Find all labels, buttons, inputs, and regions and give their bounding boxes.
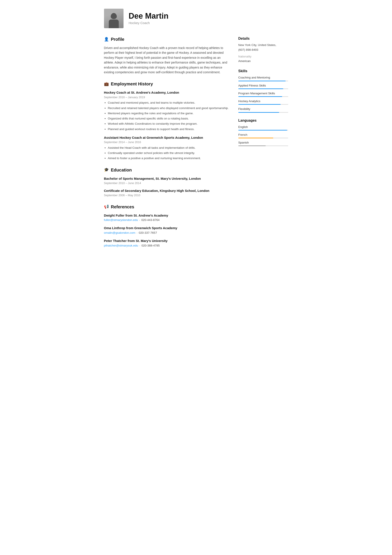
lang-name: English: [238, 125, 288, 129]
references-section: 📢 References Dwight Fuller from St. Andr…: [104, 204, 230, 248]
skill-bar-fill: [238, 81, 286, 81]
lang-item: French: [238, 133, 288, 138]
lang-bar-fill: [238, 146, 266, 146]
ref-email[interactable]: fuller@stmaryslondon.edu: [104, 218, 138, 222]
edu-item: Certificate of Secondary Education, King…: [104, 188, 230, 197]
job-title: Hockey Coach at St. Andrew's Academy, Lo…: [104, 90, 230, 95]
left-column: 👤 Profile Driven and accomplished Hockey…: [104, 36, 230, 254]
job-item: Assistant Hockey Coach at Greenwich Spor…: [104, 135, 230, 161]
header-info: Dee Martin Hockey Coach: [129, 11, 169, 26]
profile-section: 👤 Profile Driven and accomplished Hockey…: [104, 36, 230, 75]
ref-phone: 020-443-8764: [141, 218, 160, 222]
list-item: Planned and guided workout routines to s…: [108, 127, 230, 131]
right-column: Details New York City, United States, (6…: [238, 36, 288, 151]
job-item: Hockey Coach at St. Andrew's Academy, Lo…: [104, 90, 230, 131]
ref-email[interactable]: omalin@gsalondon.com: [104, 231, 135, 235]
lang-bar-fill: [238, 130, 287, 131]
skill-name: Flexibility: [238, 107, 288, 111]
references-section-title: 📢 References: [104, 204, 230, 210]
lang-bar-bg: [238, 138, 288, 138]
list-item: Assisted the Head Coach with all tasks a…: [108, 146, 230, 150]
ref-separator: ·: [139, 243, 140, 248]
jobs-container: Hockey Coach at St. Andrew's Academy, Lo…: [104, 90, 230, 161]
edu-title: Bachelor of Sports Management, St. Mary'…: [104, 176, 230, 181]
employment-section-title: 💼 Employment History: [104, 81, 230, 87]
languages-section-title: Languages: [238, 118, 288, 123]
header: Dee Martin Hockey Coach: [104, 9, 288, 28]
skills-container: Coaching and Mentoring Applied Fitness S…: [238, 75, 288, 112]
lang-name: Spanish: [238, 140, 288, 145]
ref-separator: ·: [139, 218, 140, 222]
list-item: Aimed to foster a positive a positive an…: [108, 156, 230, 161]
lang-bar-bg: [238, 146, 288, 146]
profile-icon: 👤: [104, 37, 109, 42]
skill-name: Hockey Analytics: [238, 99, 288, 103]
education-section: 🎓 Education Bachelor of Sports Managemen…: [104, 167, 230, 197]
ref-phone: 020-388-4785: [141, 243, 160, 248]
detail-phone: (607) 898-8493: [238, 48, 288, 52]
list-item: Mentored players regarding the rules and…: [108, 111, 230, 116]
detail-nationality: American: [238, 59, 288, 63]
detail-nationality-label: Nationality: [238, 54, 288, 59]
edu-title: Certificate of Secondary Education, King…: [104, 188, 230, 193]
ref-phone: 020-337-7657: [139, 231, 157, 235]
education-section-title: 🎓 Education: [104, 167, 230, 173]
ref-separator: ·: [137, 231, 138, 235]
skills-section-title: Skills: [238, 68, 288, 74]
list-item: Continually operated under school polici…: [108, 151, 230, 155]
edu-dates: September 2006 – May 2010: [104, 193, 230, 197]
lang-item: English: [238, 125, 288, 131]
details-section: Details New York City, United States, (6…: [238, 36, 288, 63]
profile-section-title: 👤 Profile: [104, 36, 230, 43]
candidate-name: Dee Martin: [129, 11, 169, 21]
list-item: Recruited and retained talented players …: [108, 106, 230, 110]
ref-contact: fuller@stmaryslondon.edu · 020-443-8764: [104, 218, 230, 222]
ref-name: Dwight Fuller from St. Andrew's Academy: [104, 213, 230, 218]
skills-section: Skills Coaching and Mentoring Applied Fi…: [238, 68, 288, 112]
skill-bar-bg: [238, 96, 288, 97]
list-item: Worked with Athletic Coordinators to con…: [108, 122, 230, 126]
ref-contact: omalin@gsalondon.com · 020-337-7657: [104, 231, 230, 235]
lang-bar-fill: [238, 138, 273, 138]
skill-item: Coaching and Mentoring: [238, 75, 288, 81]
ref-item: Peter Thatcher from St. Mary's Universit…: [104, 239, 230, 248]
skill-bar-bg: [238, 112, 288, 113]
employment-icon: 💼: [104, 81, 109, 87]
skill-bar-bg: [238, 81, 288, 81]
avatar: [104, 9, 123, 28]
languages-container: English French Spanish: [238, 125, 288, 146]
skill-name: Coaching and Mentoring: [238, 75, 288, 80]
skill-name: Program Management Skills: [238, 91, 288, 96]
languages-section: Languages English French Spanish: [238, 118, 288, 146]
edu-item: Bachelor of Sports Management, St. Mary'…: [104, 176, 230, 185]
skill-name: Applied Fitness Skills: [238, 83, 288, 88]
job-title: Assistant Hockey Coach at Greenwich Spor…: [104, 135, 230, 140]
job-dates: September 2016 – January 2019: [104, 95, 230, 100]
lang-bar-bg: [238, 130, 288, 131]
skill-item: Flexibility: [238, 107, 288, 112]
skill-item: Hockey Analytics: [238, 99, 288, 105]
candidate-title: Hockey Coach: [129, 21, 169, 26]
job-dates: September 2014 – June 2016: [104, 140, 230, 144]
education-icon: 🎓: [104, 167, 109, 173]
main-layout: 👤 Profile Driven and accomplished Hockey…: [104, 36, 288, 254]
ref-item: Oma Linthrop from Greenwich Sports Acade…: [104, 226, 230, 235]
details-section-title: Details: [238, 36, 288, 41]
ref-contact: pthatcher@stmarysuk.edu · 020-388-4785: [104, 243, 230, 248]
list-item: Coached and mentored players, and led te…: [108, 101, 230, 105]
list-item: Organized drills that nurtured specific …: [108, 117, 230, 121]
edu-container: Bachelor of Sports Management, St. Mary'…: [104, 176, 230, 197]
employment-section: 💼 Employment History Hockey Coach at St.…: [104, 81, 230, 161]
ref-email[interactable]: pthatcher@stmarysuk.edu: [104, 243, 138, 248]
skill-bar-fill: [238, 112, 279, 113]
skill-bar-bg: [238, 88, 288, 89]
lang-item: Spanish: [238, 140, 288, 146]
references-icon: 📢: [104, 204, 109, 210]
profile-text: Driven and accomplished Hockey Coach wit…: [104, 45, 230, 75]
detail-address: New York City, United States,: [238, 43, 288, 47]
skill-item: Applied Fitness Skills: [238, 83, 288, 89]
resume-page: Dee Martin Hockey Coach 👤 Profile Driven…: [93, 0, 299, 263]
ref-name: Oma Linthrop from Greenwich Sports Acade…: [104, 226, 230, 231]
skill-bar-fill: [238, 96, 282, 97]
ref-item: Dwight Fuller from St. Andrew's Academy …: [104, 213, 230, 222]
